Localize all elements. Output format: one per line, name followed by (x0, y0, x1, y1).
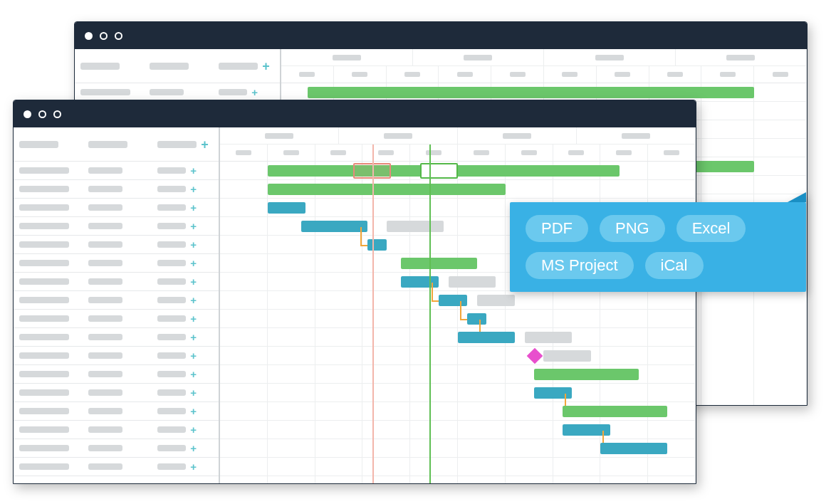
export-pdf-button[interactable]: PDF (526, 215, 588, 242)
task-cell-placeholder (150, 89, 184, 95)
gantt-row (220, 310, 696, 328)
task-cell-placeholder (88, 463, 122, 470)
gantt-bar[interactable] (449, 276, 496, 288)
task-row[interactable]: + (14, 365, 219, 384)
task-cell-placeholder (88, 186, 122, 192)
gantt-bar[interactable] (600, 443, 667, 454)
task-row[interactable]: + (14, 217, 219, 236)
gantt-bar[interactable] (401, 276, 439, 288)
add-subtask-icon[interactable]: + (190, 443, 197, 453)
export-excel-button[interactable]: Excel (676, 215, 746, 242)
add-column-icon[interactable]: + (201, 138, 209, 151)
timeline-unit-header (458, 145, 506, 161)
task-row[interactable]: + (14, 236, 219, 254)
task-cell-placeholder (88, 426, 122, 433)
window-control-min-icon[interactable] (100, 32, 108, 40)
task-row[interactable]: + (14, 180, 219, 199)
add-subtask-icon[interactable]: + (190, 461, 197, 472)
milestone-icon[interactable] (527, 348, 543, 364)
task-row[interactable]: + (14, 291, 219, 310)
add-subtask-icon[interactable]: + (190, 387, 197, 398)
task-cell-placeholder (157, 463, 186, 470)
window-control-close-icon[interactable] (23, 110, 31, 118)
gantt-bar[interactable] (458, 332, 515, 343)
export-png-button[interactable]: PNG (600, 215, 665, 242)
add-subtask-icon[interactable]: + (190, 424, 197, 435)
timeline-unit-header (506, 145, 553, 161)
task-row[interactable]: + (14, 384, 219, 402)
add-subtask-icon[interactable]: + (190, 221, 197, 231)
task-row[interactable]: + (14, 273, 219, 291)
task-row[interactable]: + (14, 347, 219, 365)
task-cell-placeholder (88, 389, 122, 396)
popover-fold-icon (788, 192, 806, 202)
task-cell-placeholder (157, 408, 186, 414)
task-cell-placeholder (88, 278, 122, 285)
gantt-bar[interactable] (477, 295, 515, 306)
timeline-header (220, 127, 696, 162)
add-subtask-icon[interactable]: + (251, 87, 258, 98)
task-row[interactable]: + (14, 402, 219, 421)
gantt-bar[interactable] (268, 184, 506, 195)
gantt-bar[interactable] (534, 369, 639, 380)
task-row[interactable]: + (14, 439, 219, 458)
gantt-row (220, 328, 696, 347)
gantt-bar[interactable] (301, 221, 368, 232)
window-control-min-icon[interactable] (38, 110, 46, 118)
gantt-bar[interactable] (268, 202, 305, 214)
window-control-max-icon[interactable] (115, 32, 122, 40)
gantt-row (220, 402, 696, 421)
task-cell-placeholder (88, 204, 122, 211)
add-subtask-icon[interactable]: + (190, 239, 197, 250)
add-subtask-icon[interactable]: + (190, 350, 197, 361)
task-row[interactable]: + (14, 254, 219, 273)
task-cell-placeholder (157, 445, 186, 451)
add-subtask-icon[interactable]: + (190, 313, 197, 324)
task-row[interactable]: + (14, 310, 219, 328)
add-subtask-icon[interactable]: + (190, 295, 197, 305)
gantt-highlight (420, 163, 458, 179)
add-subtask-icon[interactable]: + (190, 202, 197, 213)
add-subtask-icon[interactable]: + (190, 165, 197, 176)
task-row[interactable]: + (14, 328, 219, 347)
task-cell-placeholder (19, 167, 69, 174)
export-ical-button[interactable]: iCal (645, 252, 704, 279)
timeline-period-header (413, 49, 545, 65)
add-column-icon[interactable]: + (262, 60, 270, 73)
gantt-bar[interactable] (401, 258, 477, 269)
gantt-bar[interactable] (439, 295, 467, 306)
gantt-bar[interactable] (543, 350, 591, 362)
task-row[interactable]: + (14, 199, 219, 217)
timeline-pane[interactable] (220, 127, 696, 483)
gantt-bar[interactable] (308, 87, 754, 98)
task-cell-placeholder (88, 445, 122, 451)
gantt-bar[interactable] (563, 406, 667, 417)
task-row[interactable]: + (14, 162, 219, 180)
task-cell-placeholder (19, 389, 69, 396)
add-subtask-icon[interactable]: + (190, 184, 197, 194)
task-row[interactable]: + (14, 421, 219, 439)
timeline-period-header (577, 127, 696, 144)
gantt-bar[interactable] (367, 239, 387, 251)
gantt-bar[interactable] (467, 313, 486, 325)
export-msproject-button[interactable]: MS Project (526, 252, 634, 279)
task-cell-placeholder (88, 408, 122, 414)
gantt-bar[interactable] (563, 424, 610, 436)
task-cell-placeholder (19, 241, 69, 248)
add-subtask-icon[interactable]: + (190, 258, 197, 268)
gantt-bar[interactable] (525, 332, 573, 343)
task-row[interactable]: + (14, 458, 219, 476)
gantt-bar[interactable] (534, 387, 572, 399)
task-cell-placeholder (88, 241, 122, 248)
window-control-close-icon[interactable] (85, 32, 93, 40)
window-control-max-icon[interactable] (53, 110, 61, 118)
add-subtask-icon[interactable]: + (190, 369, 197, 379)
timeline-marker-green (429, 145, 431, 483)
gantt-bar[interactable] (387, 221, 444, 232)
add-subtask-icon[interactable]: + (190, 332, 197, 342)
task-cell-placeholder (157, 186, 186, 192)
gantt-row (220, 384, 696, 402)
task-cell-placeholder (157, 204, 186, 211)
add-subtask-icon[interactable]: + (190, 276, 197, 287)
add-subtask-icon[interactable]: + (190, 406, 197, 416)
